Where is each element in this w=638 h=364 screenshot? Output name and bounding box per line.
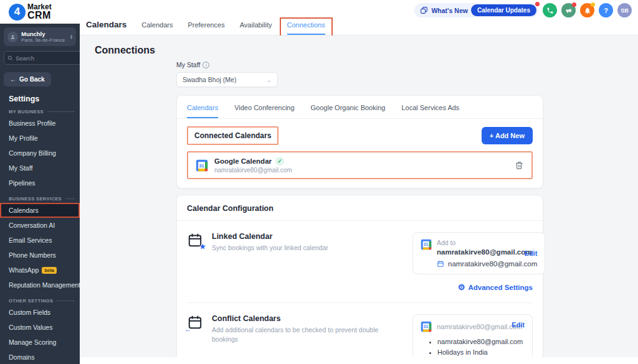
tab-availability[interactable]: Availability: [240, 21, 272, 35]
settings-sidebar: Munchly Paris, Île-de-France ▴▾ ⌘ K + ← …: [0, 24, 80, 364]
section-heading-other-settings: OTHER SETTINGS: [9, 298, 75, 304]
megaphone-icon: [565, 7, 573, 14]
conflict-calendars-section: ← Conflict Calendars Add additional cale…: [177, 303, 543, 364]
linked-calendar-box: 31 Add to namratakirve80@gmail.com: [412, 232, 545, 274]
linked-sub-email: namratakirve80@gmail.com: [448, 260, 537, 268]
sidebar-item-pipelines[interactable]: Pipelines: [0, 175, 80, 190]
question-icon: ?: [604, 7, 608, 14]
delete-calendar-button[interactable]: [515, 161, 524, 170]
whats-new-button[interactable]: What's New Calendar Updates: [414, 3, 538, 17]
conflict-calendar-item: namratakirve80@gmail.com: [437, 337, 525, 347]
logo-crm-text: CRM: [27, 11, 52, 20]
my-staff-label: My Staff: [176, 61, 200, 68]
header-actions: What's New Calendar Updates ? SB: [414, 3, 632, 17]
sidebar-item-company-billing[interactable]: Company Billing: [0, 146, 80, 161]
app-logo: 4 Market CRM: [0, 0, 80, 24]
edit-linked-calendar-button[interactable]: Edit: [525, 250, 538, 257]
sidebar-item-phone-numbers[interactable]: Phone Numbers: [0, 248, 80, 263]
footer-strip: [80, 357, 638, 364]
sidebar-item-conversation-ai[interactable]: Conversation AI: [0, 218, 80, 233]
sidebar-item-calendars[interactable]: Calendars: [0, 203, 80, 218]
sidebar-item-my-staff[interactable]: My Staff: [0, 161, 80, 175]
search-input[interactable]: [16, 55, 80, 62]
connected-calendar-row: 31 Google Calendar ✓ namratakirve80@gmai…: [187, 151, 533, 179]
avatar-initials: SB: [621, 7, 629, 14]
sidebar-item-domains[interactable]: Domains: [0, 350, 80, 364]
chevron-down-icon: ⌄: [267, 77, 272, 83]
conflict-calendars-subtitle: Add additional calendars to be checked t…: [212, 325, 405, 344]
sidebar-item-custom-fields[interactable]: Custom Fields: [0, 305, 80, 320]
tab-local-services-ads[interactable]: Local Services Ads: [401, 96, 459, 118]
tab-video-conferencing[interactable]: Video Conferencing: [234, 96, 294, 118]
top-nav: Calendars Calendars Preferences Availabi…: [86, 20, 325, 35]
advanced-settings-link[interactable]: ⚙ Advanced Settings: [177, 274, 543, 292]
sidebar-item-manage-scoring[interactable]: Manage Scoring: [0, 335, 80, 350]
whats-new-icon: [420, 6, 428, 14]
sidebar-item-whatsapp[interactable]: WhatsApp beta: [0, 263, 80, 278]
check-icon: ✓: [275, 157, 284, 166]
linked-calendar-icon: ★: [187, 232, 204, 248]
notification-dot: [535, 2, 540, 6]
account-avatar-icon: [7, 32, 18, 42]
add-to-label: Add to: [437, 239, 537, 246]
svg-text:31: 31: [424, 324, 429, 329]
conflict-calendars-box: 31 namratakirve80@gmail.com namratakirve…: [412, 314, 533, 364]
calendar-icon: [437, 260, 444, 268]
edit-conflict-calendars-button[interactable]: Edit: [512, 321, 525, 329]
user-avatar[interactable]: SB: [617, 3, 632, 17]
tab-calendars[interactable]: Calendars: [141, 21, 173, 35]
connections-card: Calendars Video Conferencing Google Orga…: [176, 95, 543, 189]
go-back-button[interactable]: ← Go Back: [4, 72, 51, 86]
help-button[interactable]: ?: [599, 3, 613, 17]
search-icon: [7, 55, 13, 61]
sidebar-item-reputation-management[interactable]: Reputation Management: [0, 278, 80, 292]
section-heading-my-business: MY BUSINESS: [9, 109, 75, 114]
trash-icon: [515, 161, 524, 170]
tab-connections[interactable]: Connections: [287, 21, 325, 35]
staff-dropdown[interactable]: Swadha Bhoj (Me) ⌄: [176, 72, 278, 87]
back-arrow-icon: ←: [10, 76, 16, 83]
section-heading-business-services: BUSINESS SERVICES: [9, 196, 75, 202]
account-name: Munchly: [21, 30, 67, 37]
google-calendar-icon: 31: [421, 239, 432, 268]
google-calendar-icon: 31: [196, 159, 208, 172]
sidebar-item-email-services[interactable]: Email Services: [0, 233, 80, 248]
calendar-configuration-card: Calendar Configuration ★ Linked Calendar…: [176, 195, 543, 364]
page-title: Connections: [95, 45, 638, 56]
sidebar-item-custom-values[interactable]: Custom Values: [0, 320, 80, 335]
info-icon[interactable]: i: [202, 62, 209, 68]
main-content: Connections My Staff i Swadha Bhoj (Me) …: [80, 35, 638, 364]
notification-dot: [591, 2, 595, 7]
left-arrow-icon: ←: [184, 325, 191, 333]
account-switcher[interactable]: Munchly Paris, Île-de-France ▴▾: [4, 27, 76, 46]
tab-preferences[interactable]: Preferences: [188, 21, 224, 35]
conflict-calendar-item: Holidays in India: [437, 347, 525, 358]
top-header: What's New Calendar Updates ? SB: [80, 0, 638, 35]
staff-selected-value: Swadha Bhoj (Me): [183, 76, 236, 83]
sidebar-search[interactable]: ⌘ K: [4, 51, 80, 65]
gear-icon: ⚙: [458, 283, 465, 291]
connected-email: namratakirve80@gmail.com: [214, 167, 292, 174]
sidebar-title: Settings: [9, 95, 80, 103]
logo-4-icon: 4: [9, 4, 26, 21]
calendar-updates-button[interactable]: Calendar Updates: [471, 4, 536, 16]
sidebar-item-my-profile[interactable]: My Profile: [0, 131, 80, 146]
star-icon: ★: [199, 243, 206, 251]
linked-calendar-subtitle: Sync bookings with your linked calendar: [212, 243, 405, 253]
phone-button[interactable]: [543, 3, 557, 17]
notification-dot: [572, 2, 576, 7]
linked-calendar-title: Linked Calendar: [212, 232, 405, 241]
notifications-button[interactable]: [580, 3, 594, 17]
bell-icon: [584, 7, 591, 14]
connection-tabs: Calendars Video Conferencing Google Orga…: [177, 96, 543, 119]
phone-icon: [546, 7, 554, 14]
calendar-configuration-heading: Calendar Configuration: [177, 195, 543, 221]
announcements-button[interactable]: [561, 3, 576, 17]
sidebar-item-business-profile[interactable]: Business Profile: [0, 116, 80, 131]
provider-name: Google Calendar: [214, 157, 272, 165]
tab-google-organic-booking[interactable]: Google Organic Booking: [311, 96, 386, 118]
add-new-button[interactable]: + Add New: [482, 127, 533, 144]
tab-calendars-connections[interactable]: Calendars: [187, 96, 218, 118]
beta-badge: beta: [42, 267, 56, 274]
svg-text:31: 31: [199, 162, 204, 168]
